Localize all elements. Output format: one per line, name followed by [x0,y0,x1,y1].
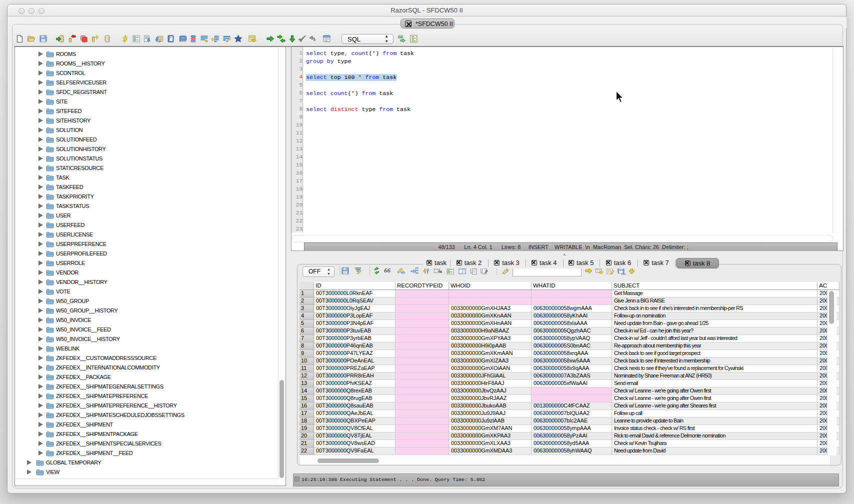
svg-text:66: 66 [398,34,403,40]
svg-text:66: 66 [384,266,391,274]
